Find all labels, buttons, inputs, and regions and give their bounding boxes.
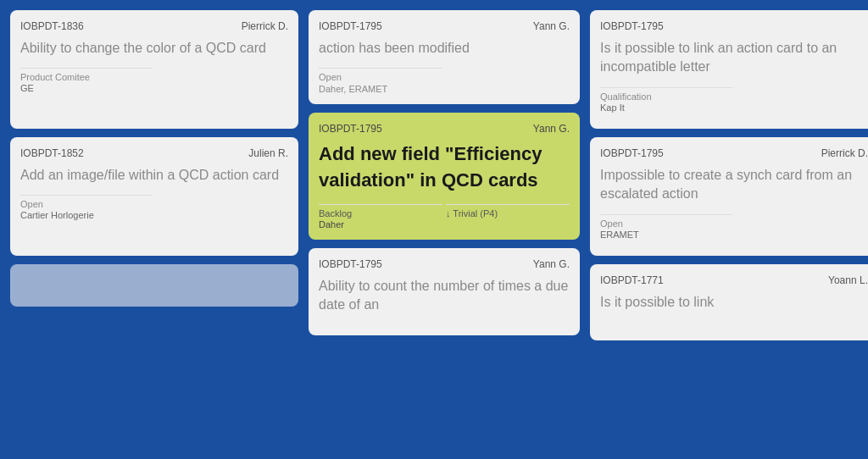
card-assignee: Yoann L. bbox=[828, 274, 868, 286]
card-header: IOBPDT-1795 Yann G. bbox=[319, 20, 570, 32]
card-footer: Product Comitee GE bbox=[20, 68, 288, 93]
card-id: IOBPDT-1795 bbox=[600, 147, 664, 159]
footer-label-1: Qualification bbox=[600, 91, 732, 102]
card-footer: Open Cartier Horlogerie bbox=[20, 195, 288, 220]
card-header: IOBPDT-1795 bbox=[600, 20, 868, 32]
card-assignee: Julien R. bbox=[248, 147, 288, 159]
card-assignee: Yann G. bbox=[533, 123, 570, 135]
card-incompatible-letter[interactable]: IOBPDT-1795 Is it possible to link an ac… bbox=[590, 10, 868, 129]
card-efficiency-validation[interactable]: IOBPDT-1795 Yann G. Add new field "Effic… bbox=[309, 113, 580, 240]
column-1: IOBPDT-1836 Pierrick D. Ability to chang… bbox=[10, 10, 298, 307]
card-id: IOBPDT-1795 bbox=[319, 123, 382, 135]
card-footer: Backlog Daher ↓ Trivial (P4) bbox=[319, 204, 570, 230]
footer-label-1: Open bbox=[600, 218, 732, 229]
card-id: IOBPDT-1795 bbox=[600, 20, 664, 32]
card-link-partial[interactable]: IOBPDT-1771 Yoann L. Is it possible to l… bbox=[590, 264, 868, 340]
card-title: Impossible to create a synch card from a… bbox=[600, 166, 868, 204]
footer-col1: Open ERAMET bbox=[600, 214, 732, 240]
card-title: Add an image/file within a QCD action ca… bbox=[20, 166, 288, 185]
card-assignee: Yann G. bbox=[533, 258, 570, 270]
card-header: IOBPDT-1795 Yann G. bbox=[319, 123, 570, 135]
card-id: IOBPDT-1852 bbox=[20, 147, 84, 159]
card-title: Is it possible to link an action card to… bbox=[600, 39, 868, 77]
card-header: IOBPDT-1795 Pierrick D. bbox=[600, 147, 868, 159]
card-title: Ability to count the number of times a d… bbox=[319, 277, 570, 315]
footer-companies: Daher, ERAMET bbox=[319, 84, 570, 94]
kanban-board: IOBPDT-1836 Pierrick D. Ability to chang… bbox=[0, 0, 868, 459]
card-count-duedate[interactable]: IOBPDT-1795 Yann G. Ability to count the… bbox=[309, 248, 580, 335]
footer-col1: Open bbox=[319, 68, 442, 82]
card-id: IOBPDT-1836 bbox=[20, 20, 84, 32]
card-id: IOBPDT-1771 bbox=[600, 274, 664, 286]
footer-value-daher: Daher bbox=[319, 219, 442, 230]
footer-value-1: Kap It bbox=[600, 102, 732, 113]
card-id: IOBPDT-1795 bbox=[319, 20, 382, 32]
footer-label-1: Product Comitee bbox=[20, 72, 153, 82]
footer-priority: ↓ Trivial (P4) bbox=[446, 208, 570, 218]
card-title: Add new field "Efficiency validation" in… bbox=[319, 141, 570, 194]
card-assignee: Pierrick D. bbox=[821, 147, 868, 159]
card-title: action has been modified bbox=[319, 39, 570, 58]
card-footer: Open bbox=[319, 68, 570, 82]
card-header: IOBPDT-1852 Julien R. bbox=[20, 147, 288, 159]
card-header: IOBPDT-1771 Yoann L. bbox=[600, 274, 868, 286]
footer-label-backlog: Backlog bbox=[319, 208, 442, 218]
card-action-modified[interactable]: IOBPDT-1795 Yann G. action has been modi… bbox=[309, 10, 580, 104]
footer-col1: Qualification Kap It bbox=[600, 87, 732, 113]
footer-col1: Backlog Daher bbox=[319, 204, 442, 230]
footer-col1: Product Comitee GE bbox=[20, 68, 153, 93]
card-header: IOBPDT-1836 Pierrick D. bbox=[20, 20, 288, 32]
card-footer: Open ERAMET bbox=[600, 214, 868, 240]
card-iobpdt-1852[interactable]: IOBPDT-1852 Julien R. Add an image/file … bbox=[10, 137, 298, 256]
card-synch-escalated[interactable]: IOBPDT-1795 Pierrick D. Impossible to cr… bbox=[590, 137, 868, 256]
card-iobpdt-1836[interactable]: IOBPDT-1836 Pierrick D. Ability to chang… bbox=[10, 10, 298, 129]
footer-col2: ↓ Trivial (P4) bbox=[446, 204, 570, 230]
column-3: IOBPDT-1795 Is it possible to link an ac… bbox=[590, 10, 868, 340]
card-title: Is it possible to link bbox=[600, 293, 868, 312]
footer-label-open: Open bbox=[319, 72, 442, 82]
footer-col1: Open Cartier Horlogerie bbox=[20, 195, 153, 220]
footer-value-1: GE bbox=[20, 83, 153, 93]
footer-value-1: ERAMET bbox=[600, 230, 732, 240]
card-assignee: Yann G. bbox=[533, 20, 570, 32]
card-header: IOBPDT-1795 Yann G. bbox=[319, 258, 570, 270]
card-title: Ability to change the color of a QCD car… bbox=[20, 39, 288, 58]
column-2: IOBPDT-1795 Yann G. action has been modi… bbox=[309, 10, 580, 335]
card-footer: Qualification Kap It bbox=[600, 87, 868, 113]
footer-label-1: Open bbox=[20, 199, 153, 209]
card-partial-1[interactable] bbox=[10, 264, 298, 307]
footer-value-1: Cartier Horlogerie bbox=[20, 210, 153, 220]
card-assignee: Pierrick D. bbox=[242, 20, 288, 32]
card-id: IOBPDT-1795 bbox=[319, 258, 382, 270]
